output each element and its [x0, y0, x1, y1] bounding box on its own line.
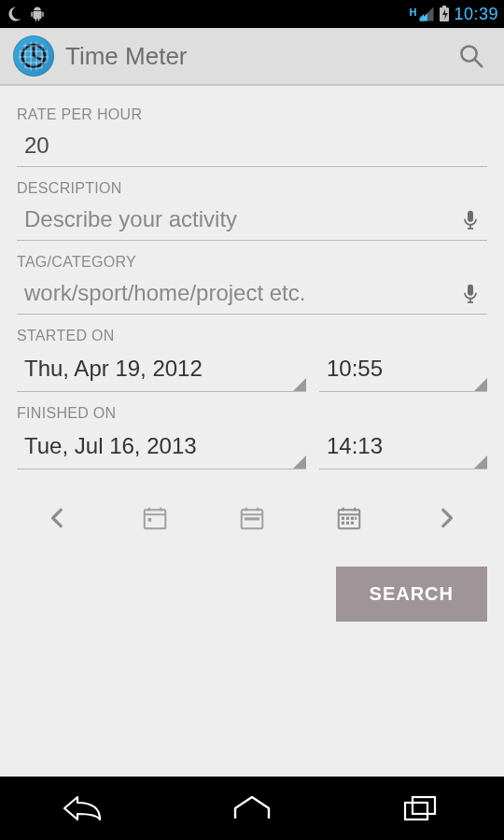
back-button[interactable]	[42, 786, 126, 831]
network-indicator: H	[410, 7, 417, 18]
action-bar: Time Meter	[0, 28, 504, 86]
description-mic-button[interactable]	[459, 208, 482, 231]
svg-rect-17	[148, 518, 152, 522]
finished-date-value: Tue, Jul 16, 2013	[24, 433, 197, 458]
battery-charging-icon	[439, 6, 450, 22]
finished-label: FINISHED ON	[17, 405, 487, 422]
next-button[interactable]	[424, 496, 469, 540]
tag-input[interactable]	[17, 274, 487, 315]
started-time-value: 10:55	[327, 356, 383, 381]
svg-rect-31	[342, 522, 344, 525]
app-icon	[13, 35, 54, 77]
date-range-toolbar	[17, 469, 487, 550]
tag-label: TAG/CATEGORY	[17, 254, 487, 271]
svg-rect-1	[442, 6, 446, 8]
form-content: RATE PER HOUR DESCRIPTION TAG/CATEGORY S…	[0, 86, 504, 777]
started-time-spinner[interactable]: 10:55	[319, 348, 487, 392]
svg-rect-29	[351, 517, 354, 520]
chevron-right-icon	[434, 506, 458, 530]
home-icon	[231, 794, 273, 822]
search-action-button[interactable]	[452, 36, 491, 76]
moon-icon	[6, 6, 22, 22]
app-title: Time Meter	[65, 42, 188, 71]
svg-rect-10	[468, 284, 473, 295]
finished-time-spinner[interactable]: 14:13	[319, 426, 487, 469]
home-button[interactable]	[210, 786, 294, 831]
chevron-left-icon	[46, 506, 70, 530]
status-bar: H 10:39	[0, 0, 504, 28]
svg-line-6	[475, 60, 483, 67]
svg-rect-35	[413, 797, 435, 814]
calendar-day-icon	[141, 504, 169, 532]
recents-icon	[401, 793, 439, 823]
svg-rect-32	[346, 522, 349, 525]
status-clock: 10:39	[454, 5, 498, 24]
tag-mic-button[interactable]	[459, 282, 482, 304]
svg-rect-28	[346, 517, 349, 520]
back-icon	[63, 793, 105, 823]
svg-rect-22	[245, 517, 259, 520]
calendar-month-button[interactable]	[327, 496, 371, 540]
search-button[interactable]: SEARCH	[336, 567, 487, 622]
finished-date-spinner[interactable]: Tue, Jul 16, 2013	[17, 426, 306, 469]
svg-rect-13	[145, 510, 166, 528]
system-nav-bar	[0, 777, 504, 840]
svg-rect-33	[351, 522, 354, 525]
svg-rect-30	[355, 517, 357, 520]
android-icon	[28, 6, 47, 22]
calendar-day-button[interactable]	[133, 496, 177, 540]
svg-line-4	[34, 56, 40, 59]
calendar-month-icon	[335, 504, 363, 532]
signal-icon	[418, 6, 435, 22]
microphone-icon	[462, 209, 479, 230]
rate-label: RATE PER HOUR	[17, 106, 487, 123]
started-label: STARTED ON	[17, 328, 487, 344]
description-label: DESCRIPTION	[17, 180, 487, 197]
prev-button[interactable]	[35, 496, 80, 540]
description-input[interactable]	[17, 201, 487, 241]
started-date-value: Thu, Apr 19, 2012	[24, 356, 203, 381]
calendar-week-icon	[238, 504, 266, 532]
calendar-week-button[interactable]	[230, 496, 274, 540]
svg-rect-7	[468, 210, 473, 221]
svg-rect-34	[405, 803, 427, 819]
finished-time-value: 14:13	[327, 433, 383, 458]
started-date-spinner[interactable]: Thu, Apr 19, 2012	[17, 348, 306, 392]
microphone-icon	[462, 283, 479, 303]
recents-button[interactable]	[378, 786, 462, 831]
svg-rect-27	[342, 517, 344, 520]
svg-point-2	[22, 45, 45, 67]
rate-input[interactable]	[17, 127, 487, 167]
search-icon	[457, 42, 485, 70]
